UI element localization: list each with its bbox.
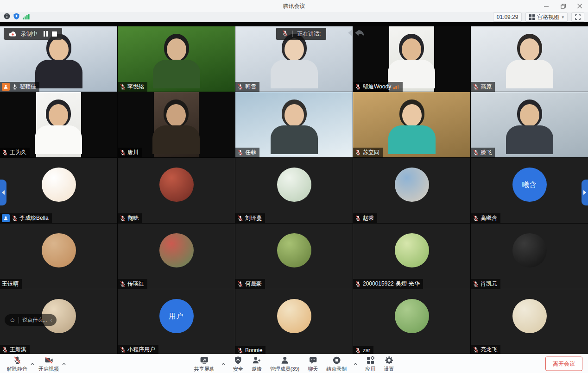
participant-tile[interactable]: 李悦铭 [118, 26, 235, 92]
mic-muted-icon [120, 347, 126, 353]
participant-tile[interactable]: Bonnie [235, 289, 353, 354]
participant-tile[interactable]: 邬迪Woody [353, 26, 470, 92]
mic-muted-icon [12, 215, 18, 221]
start-video-icon [44, 356, 53, 366]
video-grid-area: 翟颖佳李悦铭韩雪邬迪Woody高原王为久唐川任菲苏立同滕飞李成锐Bella鞠晓刘… [0, 22, 588, 354]
stop-record-options-button[interactable] [352, 361, 359, 367]
participant-tile[interactable]: 用户小程序用户 [118, 289, 235, 354]
mic-muted-icon [2, 149, 8, 155]
apps-label: 应用 [365, 367, 375, 372]
restore-button[interactable] [555, 0, 571, 12]
participant-tile[interactable]: 刘译蔓 [235, 158, 353, 223]
participant-name-badge: Bonnie [235, 346, 266, 354]
participant-tile[interactable]: 苏立同 [353, 92, 470, 157]
emoji-icon[interactable]: ☺ [9, 317, 15, 323]
participant-name: 李成锐Bella [19, 214, 49, 222]
participant-tile[interactable]: 高原 [471, 26, 588, 92]
chat-input-placeholder: 说点什么... [22, 317, 47, 323]
share-screen-button[interactable]: 共享屏幕 [192, 356, 217, 372]
participant-tile[interactable]: 滕飞 [471, 92, 588, 157]
invite-label: 邀请 [252, 367, 262, 372]
view-mode-selector[interactable]: 宫格视图 ▾ [525, 12, 568, 22]
fullscreen-button[interactable] [571, 12, 584, 22]
chevron-down-icon: ▾ [562, 15, 564, 19]
participant-name-badge: zsr [353, 346, 373, 354]
invite-button[interactable]: 邀请 [249, 356, 264, 372]
start-video-button[interactable]: 开启视频 [36, 356, 61, 372]
stop-record-button[interactable]: 结束录制 [324, 356, 349, 372]
shield-protection-icon[interactable] [13, 13, 19, 21]
person-silhouette [33, 99, 84, 155]
toolbar-left: 解除静音开启视频 [5, 354, 68, 373]
members-label: 管理成员(39) [270, 367, 300, 372]
divider [19, 317, 19, 323]
mic-muted-icon [237, 215, 243, 221]
participant-name-badge: 传瑛红 [118, 279, 147, 289]
person-silhouette [504, 34, 555, 89]
settings-button[interactable]: 设置 [381, 356, 396, 372]
speaking-label: 正在讲话: [297, 30, 321, 38]
participant-name: 传瑛红 [127, 280, 144, 288]
participant-name: 鞠晓 [127, 214, 139, 222]
participant-name-badge: 鞠晓 [118, 213, 142, 223]
members-icon [280, 356, 289, 366]
pause-recording-button[interactable] [44, 31, 48, 37]
next-page-button[interactable] [582, 180, 588, 205]
network-quality-icon[interactable] [23, 13, 30, 21]
participant-name: 肖凯元 [481, 280, 497, 288]
avatar-image [512, 299, 547, 333]
unmute-options-button[interactable] [29, 361, 36, 367]
unmute-button[interactable]: 解除静音 [5, 356, 30, 372]
participant-tile[interactable]: 传瑛红 [118, 224, 235, 289]
start-video-label: 开启视频 [38, 367, 59, 372]
chat-quick-input[interactable]: ☺ 说点什么... ‹ [5, 314, 57, 326]
apps-button[interactable]: 应用 [363, 356, 378, 372]
participant-tile[interactable]: 2000015922-吴熠-光华 [353, 224, 470, 289]
start-video-options-button[interactable] [60, 361, 68, 367]
mic-muted-icon [237, 281, 243, 287]
participant-tile[interactable]: 赵乘 [353, 158, 470, 223]
meeting-info-icon[interactable] [4, 13, 10, 21]
participant-tile[interactable]: 何晟豪 [235, 224, 353, 289]
participant-name: 滕飞 [481, 149, 492, 156]
mic-muted-icon [2, 347, 8, 353]
person-silhouette [504, 99, 555, 155]
participant-name-badge: 任菲 [235, 148, 259, 157]
mic-muted-icon [473, 215, 479, 221]
collapse-chat-icon[interactable]: ‹ [50, 317, 52, 323]
participant-tile[interactable]: 唐川 [118, 92, 235, 157]
participant-name-badge: 小程序用户 [118, 345, 158, 354]
person-silhouette [151, 34, 202, 89]
members-button[interactable]: 管理成员(39) [268, 356, 302, 372]
participant-tile[interactable]: zsr [353, 289, 470, 354]
chat-button[interactable]: 聊天 [305, 356, 320, 372]
participant-name: 小程序用户 [127, 346, 155, 354]
stop-recording-button[interactable] [52, 31, 57, 37]
participant-tile[interactable]: 李成锐Bella [0, 158, 117, 223]
participant-tile[interactable]: 任菲 [235, 92, 353, 157]
leave-meeting-button[interactable]: 离开会议 [545, 357, 582, 371]
participant-tile[interactable]: 王钰晴 [0, 224, 117, 289]
fullscreen-icon [575, 14, 581, 20]
close-button[interactable] [571, 0, 588, 12]
participant-tile[interactable]: 肖凯元 [471, 224, 588, 289]
participant-tile[interactable]: 亮龙飞 [471, 289, 588, 354]
participant-tile[interactable]: 王为久 [0, 92, 117, 157]
chevron-left-icon [2, 190, 5, 195]
participant-name-badge: 2000015922-吴熠-光华 [353, 279, 423, 289]
mic-muted-icon [237, 84, 243, 90]
participant-name-badge: 王新淇 [0, 345, 30, 354]
participant-tile[interactable]: 鞠晓 [118, 158, 235, 223]
participant-name-badge: 翟颖佳 [0, 82, 39, 92]
participant-name-badge: 亮龙飞 [471, 345, 500, 354]
security-button[interactable]: 安全 [231, 356, 246, 372]
participant-tile[interactable]: 曦含高曦含 [471, 158, 588, 223]
participant-name: 翟颖佳 [19, 83, 36, 91]
share-screen-options-button[interactable] [220, 361, 227, 367]
mic-muted-icon [282, 30, 288, 38]
avatar-image [42, 168, 76, 202]
minimize-button[interactable] [538, 0, 555, 12]
member-badge-icon [2, 214, 10, 222]
settings-icon [385, 356, 393, 366]
prev-page-button[interactable] [0, 180, 6, 205]
